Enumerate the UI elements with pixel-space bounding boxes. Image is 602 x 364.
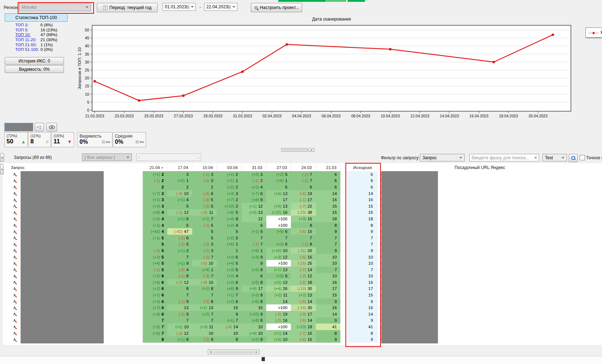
rank-cell[interactable]: (+1)2 <box>217 171 241 178</box>
rank-cell[interactable]: 5 <box>217 228 241 235</box>
rank-cell[interactable]: >100 <box>266 304 291 311</box>
rank-cell[interactable]: (+1)4 <box>167 196 192 203</box>
wordform-a-icon[interactable]: A <box>12 172 17 177</box>
rank-cell[interactable]: (+8)5 <box>217 209 241 216</box>
wordform-a-icon[interactable]: A <box>12 185 17 189</box>
rank-cell[interactable]: 6 <box>291 184 315 190</box>
rank-cell[interactable]: (+2)6 <box>217 298 241 305</box>
options-dots-button[interactable]: ·: <box>35 123 44 131</box>
rank-cell[interactable]: (+1)8 <box>167 336 192 343</box>
rank-cell[interactable]: (-6)11 <box>192 209 217 216</box>
date-column-header[interactable]: 10.04 <box>192 164 217 171</box>
rank-cell[interactable]: (-5)15 <box>291 254 315 260</box>
rank-cell[interactable]: 5 <box>192 228 217 235</box>
wordform-a-icon[interactable]: A <box>12 337 17 342</box>
rank-cell[interactable]: (+1)2 <box>167 247 192 254</box>
rank-cell[interactable]: (-2)18 <box>291 279 315 286</box>
rank-cell[interactable]: 5 <box>192 235 217 241</box>
rank-cell[interactable]: (+2)3 <box>242 171 266 178</box>
rank-cell[interactable]: 14 <box>316 190 340 197</box>
rank-cell[interactable]: (+3)15 <box>291 216 315 222</box>
rank-cell[interactable]: (+3)9 <box>242 254 266 260</box>
rank-cell[interactable]: 10 <box>192 330 217 337</box>
wordform-a-icon[interactable]: A <box>12 267 17 272</box>
rank-cell[interactable]: 6 <box>242 273 266 280</box>
rank-cell[interactable]: (+1)3 <box>143 196 167 203</box>
rank-cell[interactable]: (+10)2 <box>217 203 241 209</box>
rank-cell[interactable]: (+4)26 <box>266 286 291 292</box>
rank-cell[interactable]: (+10)9 <box>242 311 266 317</box>
rank-cell[interactable]: 2 <box>192 184 217 190</box>
rank-cell[interactable]: (+7)6 <box>143 304 167 311</box>
rank-cell[interactable]: 9 <box>316 317 340 324</box>
rank-cell[interactable]: (-7)22 <box>291 203 315 209</box>
rank-cell[interactable]: (-3)17 <box>291 311 315 317</box>
rank-cell[interactable]: (+8)9 <box>242 196 266 203</box>
date-column-header[interactable]: 03.04 <box>217 164 241 171</box>
rank-cell[interactable]: (-1)5 <box>143 266 167 273</box>
rank-cell[interactable]: 5 <box>143 241 167 248</box>
rank-cell[interactable]: (+2)13 <box>192 304 217 311</box>
wordform-a-icon[interactable]: A <box>12 204 17 208</box>
rank-cell[interactable]: (+1)8 <box>192 286 217 292</box>
rank-cell[interactable]: (+8)9 <box>217 286 241 292</box>
rank-cell[interactable]: (+1)10 <box>167 324 192 330</box>
rank-cell[interactable]: (-5)10 <box>192 260 217 266</box>
rank-cell[interactable]: (+6)6 <box>266 273 291 280</box>
rank-cell[interactable]: (+2)4 <box>143 216 167 222</box>
rank-cell[interactable]: (+4)5 <box>143 260 167 266</box>
rank-cell[interactable]: (+1)13 <box>266 266 291 273</box>
wordform-a-icon[interactable]: A <box>12 178 17 183</box>
rank-cell[interactable]: (-2)5 <box>167 241 192 248</box>
wordform-a-icon[interactable]: A <box>12 280 17 285</box>
rank-cell[interactable]: (-2)12 <box>291 273 315 280</box>
rank-cell[interactable]: 7 <box>316 241 340 248</box>
rank-cell[interactable]: (-3)6 <box>192 190 217 197</box>
rank-cell[interactable]: 10 <box>316 254 340 260</box>
rank-cell[interactable]: (+1)7 <box>192 216 217 222</box>
rank-cell[interactable]: (+9)13 <box>266 203 291 209</box>
wordform-a-icon[interactable]: A <box>12 306 17 310</box>
rank-cell[interactable]: (+3)8 <box>242 292 266 298</box>
rank-cell[interactable]: (-3)5 <box>192 203 217 209</box>
rank-cell[interactable]: (-2)12 <box>167 279 192 286</box>
rank-cell[interactable]: (+2)6 <box>143 273 167 280</box>
rank-cell[interactable]: (+1)6 <box>167 216 192 222</box>
filter-field-select[interactable]: Запрос <box>420 154 465 161</box>
rank-cell[interactable]: (+2)13 <box>291 292 315 298</box>
rank-cell[interactable]: >100 <box>266 260 291 266</box>
rank-cell[interactable]: (+9)6 <box>266 228 291 235</box>
rank-cell[interactable]: (+6)1 <box>266 178 291 184</box>
rank-cell[interactable]: 5 <box>167 203 192 209</box>
rank-cell[interactable]: (+2)11 <box>266 292 291 298</box>
rank-cell[interactable]: 8 <box>316 330 340 337</box>
rank-cell[interactable]: 7 <box>167 317 192 324</box>
rank-cell[interactable]: (+22)16 <box>266 209 291 216</box>
rank-cell[interactable]: (-15)25 <box>291 260 315 266</box>
wordform-a-icon[interactable]: A <box>12 191 17 196</box>
rank-cell[interactable]: 9 <box>316 228 340 235</box>
wordform-a-icon[interactable]: A <box>12 274 17 278</box>
rank-cell[interactable]: (+2)6 <box>217 279 241 286</box>
rank-cell[interactable]: (+2)1 <box>167 178 192 184</box>
rank-cell[interactable]: 16 <box>316 196 340 203</box>
rank-cell[interactable]: (+6)1 <box>217 241 241 248</box>
rank-cell[interactable]: 5 <box>167 222 192 229</box>
rank-cell[interactable]: 9 <box>316 247 340 254</box>
rank-cell[interactable]: (+3)6 <box>143 311 167 317</box>
rank-cell[interactable]: (-3)4 <box>167 266 192 273</box>
filter-type-select[interactable]: Text <box>542 154 567 161</box>
wordform-a-icon[interactable]: A <box>12 255 17 259</box>
search-input[interactable]: Введите фразу для поиска... × <box>469 154 539 161</box>
rank-cell[interactable]: (+5)8 <box>242 266 266 273</box>
rank-cell[interactable]: (+3)3 <box>217 190 241 197</box>
rank-cell[interactable]: (-14)30 <box>291 304 315 311</box>
rank-cell[interactable]: 2 <box>143 184 167 190</box>
wordform-a-icon[interactable]: A <box>12 261 17 266</box>
rank-cell[interactable]: 15 <box>316 203 340 209</box>
rank-cell[interactable]: (+2)6 <box>143 286 167 292</box>
rank-cell[interactable]: (-2)9 <box>167 311 192 317</box>
rank-cell[interactable]: (-1)7 <box>291 171 315 178</box>
rank-cell[interactable]: (-2)8 <box>192 298 217 305</box>
rank-cell[interactable]: (+2)4 <box>217 273 241 280</box>
